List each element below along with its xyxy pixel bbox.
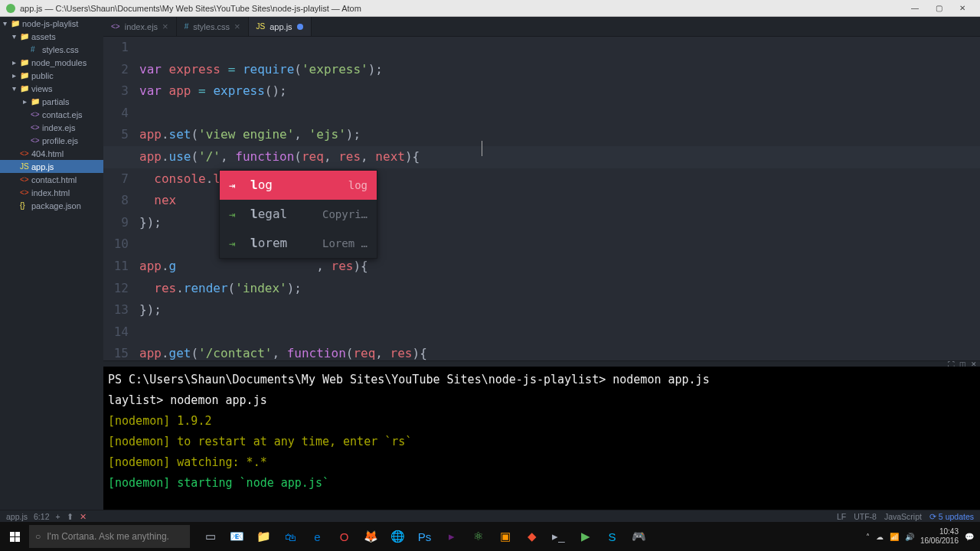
tray-cloud-icon[interactable]: ☁ xyxy=(876,533,884,541)
git-push-icon[interactable]: ⬆ xyxy=(67,512,74,521)
chevron-icon: ▸ xyxy=(12,58,20,67)
app-opera-icon[interactable]: O xyxy=(332,522,357,551)
app-edge-icon[interactable]: e xyxy=(305,522,330,551)
app-firefox-icon[interactable]: 🦊 xyxy=(358,522,384,551)
completion-text: log xyxy=(250,174,273,197)
cortana-search[interactable]: ○ I'm Cortana. Ask me anything. xyxy=(29,525,190,548)
tree-item-profile-ejs[interactable]: <>profile.ejs xyxy=(0,134,103,147)
file-icon: 📁 xyxy=(11,19,20,28)
tree-item-package-json[interactable]: {}package.json xyxy=(0,199,103,212)
app-terminal-icon[interactable]: ▸_ xyxy=(546,522,571,551)
line-number: 9 xyxy=(103,212,129,234)
tree-label: partials xyxy=(42,97,69,106)
tree-item-assets[interactable]: ▾📁assets xyxy=(0,30,103,43)
app-sublime-icon[interactable]: ▣ xyxy=(492,522,518,551)
app-outlook-icon[interactable]: 📧 xyxy=(224,522,250,551)
terminal-line: PS C:\Users\Shaun\Documents\My Web Sites… xyxy=(108,370,975,390)
tree-item-views[interactable]: ▾📁views xyxy=(0,82,103,95)
terminal-toolbar: ⛶ ◫ ✕ xyxy=(103,360,980,367)
tab-index-ejs[interactable]: <>index.ejs× xyxy=(103,17,177,36)
tree-item-public[interactable]: ▸📁public xyxy=(0,69,103,82)
completion-text: lorem xyxy=(250,233,287,255)
app-atom-icon[interactable]: ⚛ xyxy=(466,522,491,551)
file-icon: 📁 xyxy=(20,84,29,93)
tree-item-index-html[interactable]: <>index.html xyxy=(0,186,103,199)
tray-wifi-icon[interactable]: 📶 xyxy=(890,533,899,541)
tray-volume-icon[interactable]: 🔊 xyxy=(905,533,914,541)
notifications-icon[interactable]: 💬 xyxy=(965,533,974,541)
app-vs-icon[interactable]: ▸ xyxy=(439,522,464,551)
file-icon: <> xyxy=(20,188,29,197)
app-skype-icon[interactable]: S xyxy=(599,522,625,551)
maximize-button[interactable]: ▢ xyxy=(927,2,950,15)
tree-item-app-js[interactable]: JSapp.js xyxy=(0,160,103,173)
status-updates[interactable]: ⟳ 5 updates xyxy=(929,512,974,521)
tree-label: contact.ejs xyxy=(42,110,83,119)
tab-close-icon[interactable]: × xyxy=(162,21,168,32)
window-title: app.js — C:\Users\Shaun\Documents\My Web… xyxy=(20,4,361,13)
tree-item-404-html[interactable]: <>404.html xyxy=(0,147,103,160)
terminal-line: laylist> nodemon app.js xyxy=(108,390,975,411)
status-file[interactable]: app.js xyxy=(6,512,28,521)
start-button[interactable] xyxy=(0,522,29,551)
tree-item-partials[interactable]: ▸📁partials xyxy=(0,95,103,108)
file-icon: # xyxy=(31,45,40,54)
app-photoshop-icon[interactable]: Ps xyxy=(412,522,437,551)
status-bar: app.js 6:12 + ⬆ ✕ LF UTF-8 JavaScript ⟳ … xyxy=(0,510,980,522)
tab-styles-css[interactable]: #styles.css× xyxy=(177,17,249,36)
close-button[interactable]: ✕ xyxy=(951,2,974,15)
tab-label: styles.css xyxy=(193,22,230,31)
taskbar-clock[interactable]: 10:43 16/06/2016 xyxy=(920,527,959,546)
tab-app-js[interactable]: JSapp.js xyxy=(249,17,312,36)
autocomplete-item[interactable]: ⇥loremLorem … xyxy=(220,229,377,258)
app-play-icon[interactable]: ▶ xyxy=(573,522,598,551)
git-error-icon[interactable]: ✕ xyxy=(80,512,87,521)
autocomplete-popup[interactable]: ⇥loglog⇥legalCopyri…⇥loremLorem … xyxy=(219,170,377,259)
autocomplete-item[interactable]: ⇥loglog xyxy=(220,171,377,200)
terminal-line: [nodemon] to restart at any time, enter … xyxy=(108,432,975,452)
line-number: 3 xyxy=(103,80,129,103)
tab-close-icon[interactable]: × xyxy=(234,21,240,32)
app-chrome-icon[interactable]: 🌐 xyxy=(385,522,410,551)
tree-label: styles.css xyxy=(42,45,79,54)
task-view-icon[interactable]: ▭ xyxy=(198,522,223,551)
tray-chevron-icon[interactable]: ˄ xyxy=(866,533,870,541)
app-discord-icon[interactable]: 🎮 xyxy=(626,522,652,551)
completion-meta: Copyri… xyxy=(322,204,368,226)
chevron-icon: ▾ xyxy=(12,84,20,93)
tree-item-node-js-playlist[interactable]: ▾📁node-js-playlist xyxy=(0,17,103,30)
autocomplete-item[interactable]: ⇥legalCopyri… xyxy=(220,200,377,229)
tree-label: public xyxy=(31,71,54,80)
file-icon: <> xyxy=(31,123,40,132)
tree-item-index-ejs[interactable]: <>index.ejs xyxy=(0,121,103,134)
line-number: 8 xyxy=(103,190,129,212)
file-icon: <> xyxy=(20,175,29,184)
line-number: 15 xyxy=(103,343,129,360)
file-tree-sidebar[interactable]: ▾📁node-js-playlist▾📁assets#styles.css▸📁n… xyxy=(0,17,103,510)
git-add-icon[interactable]: + xyxy=(55,512,60,521)
status-encoding[interactable]: UTF-8 xyxy=(854,512,877,521)
tree-item-contact-html[interactable]: <>contact.html xyxy=(0,173,103,186)
completion-text: legal xyxy=(250,204,287,226)
status-language[interactable]: JavaScript xyxy=(884,512,922,521)
secondary-cursor-icon xyxy=(482,141,482,156)
line-number: 10 xyxy=(103,233,129,256)
app-store-icon[interactable]: 🛍 xyxy=(278,522,303,551)
tree-label: assets xyxy=(31,32,56,41)
line-number: 4 xyxy=(103,103,129,125)
tree-label: node_modules xyxy=(31,58,87,67)
terminal-panel[interactable]: PS C:\Users\Shaun\Documents\My Web Sites… xyxy=(103,367,980,510)
chevron-icon: ▸ xyxy=(12,71,20,80)
status-position[interactable]: 6:12 xyxy=(34,512,49,521)
tree-item-contact-ejs[interactable]: <>contact.ejs xyxy=(0,108,103,121)
file-icon: # xyxy=(185,22,189,31)
minimize-button[interactable]: — xyxy=(903,2,926,15)
tree-item-node_modules[interactable]: ▸📁node_modules xyxy=(0,56,103,69)
code-editor[interactable]: 123456789101112131415 var express = requ… xyxy=(103,37,980,360)
tree-label: app.js xyxy=(31,162,54,171)
app-git-icon[interactable]: ◆ xyxy=(519,522,544,551)
status-line-ending[interactable]: LF xyxy=(837,512,846,521)
tree-item-styles-css[interactable]: #styles.css xyxy=(0,43,103,56)
editor-tabs: <>index.ejs×#styles.css×JSapp.js xyxy=(103,17,980,37)
app-file-explorer-icon[interactable]: 📁 xyxy=(251,522,276,551)
